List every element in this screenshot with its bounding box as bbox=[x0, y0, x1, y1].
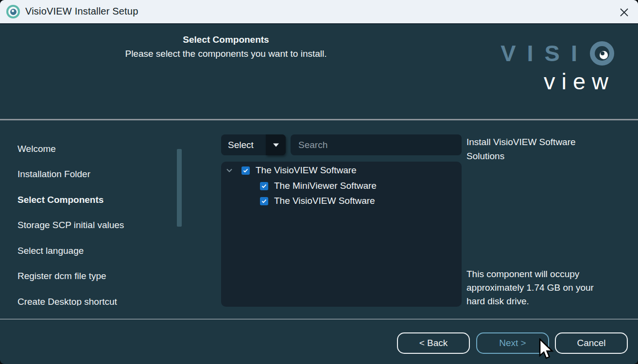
step-create-shortcut[interactable]: Create Desktop shortcut bbox=[17, 297, 178, 306]
disk-usage-line: This component will occupy bbox=[466, 267, 617, 281]
next-button[interactable]: Next > bbox=[476, 332, 549, 354]
component-description: Install VisioVIEW Software Solutions bbox=[466, 135, 612, 163]
step-select-components[interactable]: Select Components bbox=[17, 195, 178, 207]
select-filter-value: Select bbox=[221, 140, 266, 150]
tree-row-root[interactable]: The VisioVIEW Software bbox=[226, 164, 357, 177]
steps-scrollbar-thumb[interactable] bbox=[177, 149, 182, 227]
dropdown-arrow-button[interactable] bbox=[266, 134, 286, 155]
checkbox-visioview[interactable] bbox=[260, 197, 268, 205]
tree-label-root: The VisioVIEW Software bbox=[256, 165, 357, 176]
app-logo-icon bbox=[6, 5, 20, 18]
footer-divider bbox=[0, 319, 638, 319]
checkbox-miniviewer[interactable] bbox=[260, 182, 268, 190]
disk-usage-note: This component will occupy approximately… bbox=[466, 267, 617, 308]
checkmark-icon bbox=[261, 184, 267, 188]
visioview-logo: VISI view bbox=[500, 41, 615, 94]
step-storage-scp[interactable]: Storage SCP initial values bbox=[17, 220, 178, 232]
tree-label-miniviewer: The MiniViewer Software bbox=[274, 181, 377, 191]
page-header: Select Components Please select the comp… bbox=[80, 33, 372, 62]
close-icon bbox=[620, 8, 629, 17]
page-title: Select Components bbox=[80, 33, 372, 46]
disk-usage-line: hard disk drive. bbox=[466, 295, 617, 308]
description-line: Solutions bbox=[466, 149, 612, 163]
tree-label-visioview: The VisioVIEW Software bbox=[274, 196, 375, 206]
search-input[interactable] bbox=[291, 134, 462, 155]
search-box bbox=[291, 134, 462, 155]
step-select-language[interactable]: Select language bbox=[17, 246, 178, 258]
description-line: Install VisioVIEW Software bbox=[466, 135, 612, 149]
step-welcome[interactable]: Welcome bbox=[17, 144, 178, 156]
tree-row-visioview[interactable]: The VisioVIEW Software bbox=[260, 195, 375, 207]
tree-row-miniviewer[interactable]: The MiniViewer Software bbox=[260, 180, 377, 192]
checkmark-icon bbox=[243, 168, 248, 173]
checkmark-icon bbox=[261, 199, 267, 203]
page-subtitle: Please select the components you want to… bbox=[80, 46, 372, 62]
chevron-down-icon bbox=[273, 143, 279, 147]
disk-usage-line: approximately 1.74 GB on your bbox=[466, 281, 617, 295]
back-button[interactable]: < Back bbox=[397, 332, 470, 354]
cancel-button[interactable]: Cancel bbox=[555, 332, 628, 354]
installer-window: VisioVIEW Installer Setup Select Compone… bbox=[0, 0, 638, 364]
close-button[interactable] bbox=[614, 4, 634, 20]
logo-eye-o-icon bbox=[589, 41, 615, 66]
logo-text-view: view bbox=[500, 69, 615, 94]
wizard-steps: Welcome Installation Folder Select Compo… bbox=[0, 120, 204, 306]
step-installation-folder[interactable]: Installation Folder bbox=[17, 169, 178, 182]
title-bar: VisioVIEW Installer Setup bbox=[0, 0, 638, 24]
select-filter-dropdown[interactable]: Select bbox=[221, 134, 286, 155]
logo-text-visi: VISI bbox=[500, 41, 588, 66]
collapse-chevron-icon[interactable] bbox=[226, 168, 233, 172]
checkbox-root[interactable] bbox=[241, 166, 250, 175]
step-register-dcm[interactable]: Register dcm file type bbox=[17, 271, 178, 283]
components-tree-panel: The VisioVIEW Software The MiniViewer So… bbox=[221, 162, 462, 307]
window-title: VisioVIEW Installer Setup bbox=[25, 6, 138, 17]
